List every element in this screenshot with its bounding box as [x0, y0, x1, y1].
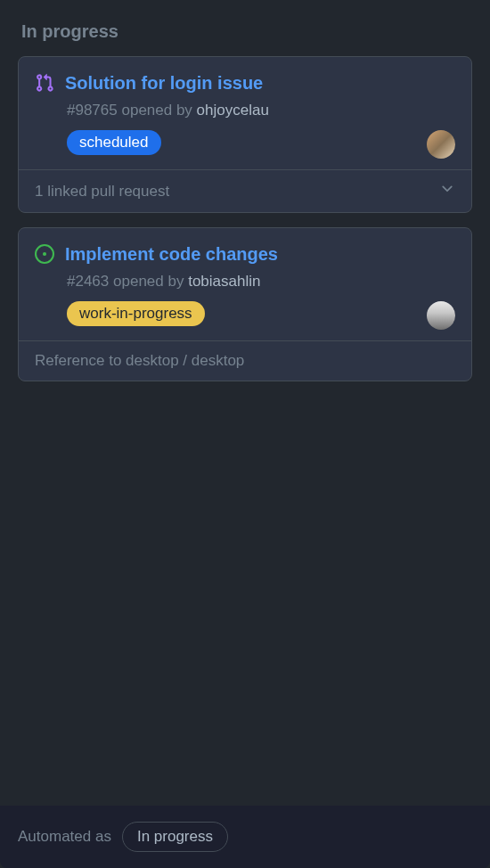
column-title: In progress: [21, 21, 469, 42]
card-meta: #98765 opened by ohjoycelau: [67, 102, 455, 119]
issue-number: #98765: [67, 102, 118, 119]
card-header-row: Solution for login issue: [35, 71, 455, 96]
issue-number: #2463: [67, 273, 109, 290]
label-scheduled[interactable]: scheduled: [67, 130, 161, 155]
footer-text: Reference to desktop / desktop: [35, 352, 244, 370]
footer-text: 1 linked pull request: [35, 183, 169, 201]
author-link[interactable]: ohjoycelau: [197, 102, 269, 119]
card-meta: #2463 opened by tobiasahlin: [67, 273, 455, 291]
opened-by-text: opened by: [113, 273, 184, 290]
card-footer[interactable]: Reference to desktop / desktop: [19, 340, 471, 381]
chevron-down-icon[interactable]: [439, 181, 455, 201]
pull-request-icon: [35, 73, 54, 96]
avatar-image: [427, 130, 455, 159]
automated-as-label: Automated as: [18, 828, 111, 846]
automation-bar: Automated as In progress: [0, 806, 490, 868]
author-link[interactable]: tobiasahlin: [188, 273, 260, 290]
avatar-image: [427, 301, 455, 330]
avatar[interactable]: [427, 130, 455, 159]
column-header: In progress: [0, 0, 490, 56]
card-footer[interactable]: 1 linked pull request: [19, 169, 471, 212]
card-title[interactable]: Implement code changes: [65, 242, 278, 266]
card-title[interactable]: Solution for login issue: [65, 71, 263, 94]
avatar[interactable]: [427, 301, 455, 330]
card-issue[interactable]: Implement code changes #2463 opened by t…: [18, 227, 472, 381]
opened-by-text: opened by: [121, 102, 192, 119]
label-wip[interactable]: work-in-progress: [67, 301, 205, 326]
cards-container: Solution for login issue #98765 opened b…: [0, 56, 490, 868]
card-header-row: Implement code changes: [35, 242, 455, 267]
card-labels: work-in-progress: [67, 301, 455, 326]
card-labels: scheduled: [67, 130, 455, 155]
card-body: Implement code changes #2463 opened by t…: [19, 228, 471, 340]
card-pull-request[interactable]: Solution for login issue #98765 opened b…: [18, 56, 472, 213]
card-body: Solution for login issue #98765 opened b…: [19, 57, 471, 169]
issue-open-icon: [35, 244, 54, 267]
automation-status-pill[interactable]: In progress: [122, 822, 228, 852]
